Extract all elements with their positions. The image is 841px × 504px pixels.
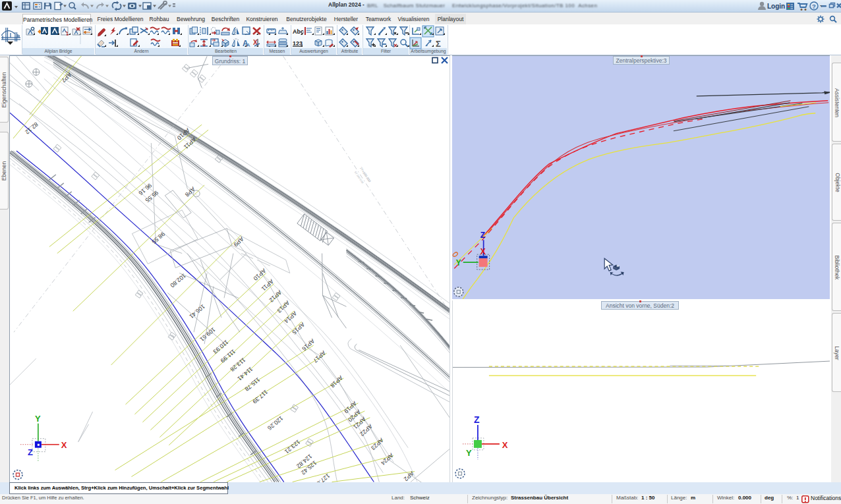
svg-text:X: X bbox=[61, 440, 67, 450]
svg-text:AP14: AP14 bbox=[283, 310, 298, 324]
svg-text:A: A bbox=[246, 42, 250, 48]
svg-text:?: ? bbox=[812, 3, 816, 10]
svg-text:AP2: AP2 bbox=[403, 470, 415, 482]
svg-text:Z: Z bbox=[474, 414, 480, 425]
svg-text:115.78: 115.78 bbox=[243, 376, 261, 393]
svg-text:Y: Y bbox=[456, 258, 461, 267]
svg-text:Z: Z bbox=[28, 447, 33, 457]
svg-text:Σ: Σ bbox=[436, 39, 441, 49]
svg-text:AP16: AP16 bbox=[301, 337, 316, 352]
svg-text:AP11: AP11 bbox=[260, 278, 275, 293]
svg-text:Y: Y bbox=[35, 414, 41, 424]
svg-text:AP13: AP13 bbox=[276, 299, 291, 314]
svg-text:102.80: 102.80 bbox=[169, 272, 187, 289]
svg-text:98.55: 98.55 bbox=[150, 231, 166, 245]
svg-text:AP10: AP10 bbox=[252, 267, 267, 282]
svg-text:113.28: 113.28 bbox=[229, 356, 246, 373]
svg-text:123: 123 bbox=[293, 40, 303, 47]
svg-text:Z: Z bbox=[480, 231, 485, 240]
svg-text:117.39: 117.39 bbox=[251, 389, 269, 405]
svg-text:AP24: AP24 bbox=[380, 452, 395, 466]
svg-text:AP12: AP12 bbox=[268, 289, 283, 303]
svg-text:X: X bbox=[502, 440, 508, 450]
svg-text:X: X bbox=[480, 247, 486, 256]
svg-text:AP15: AP15 bbox=[291, 321, 306, 335]
svg-text:Login: Login bbox=[767, 3, 785, 10]
svg-text:110.93: 110.93 bbox=[212, 339, 230, 355]
svg-text:Y: Y bbox=[466, 448, 472, 458]
